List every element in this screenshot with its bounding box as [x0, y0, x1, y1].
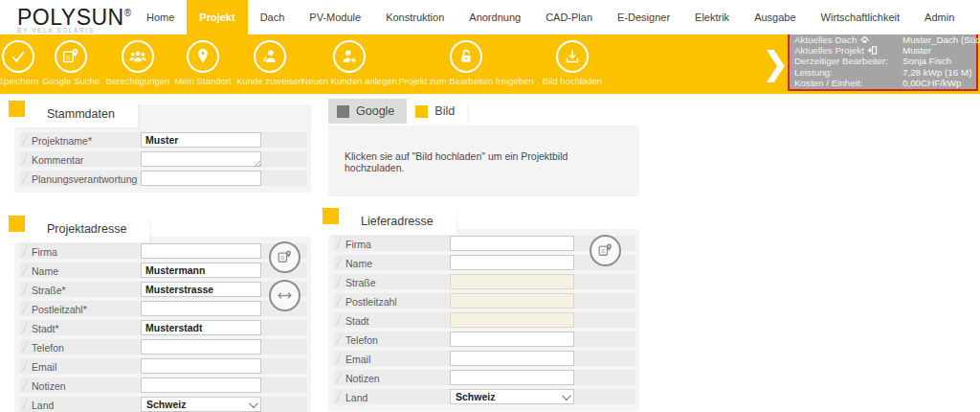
- nav-item-elektrik[interactable]: Elektrik: [682, 0, 742, 34]
- field-row-stadt: Stadt: [334, 312, 635, 328]
- copy-address-button[interactable]: [269, 280, 301, 311]
- kommentar-textarea[interactable]: [141, 151, 261, 167]
- tab-bild[interactable]: Bild: [407, 99, 467, 124]
- open-in-maps-button[interactable]: G: [590, 235, 621, 266]
- right-column: Google Bild Klicken sie auf "Bild hochla…: [328, 99, 639, 411]
- field-row-land: Land Schweiz: [334, 389, 635, 404]
- cost-per-unit-value: 0,00CHF/kWp: [902, 78, 971, 88]
- nav-item-wirtschaftlichkeit[interactable]: Wirtschaftlichkeit: [809, 0, 913, 34]
- current-roof-value: Muster_Dach (Süd): [902, 34, 980, 45]
- stadt-input[interactable]: [141, 320, 261, 335]
- field-row-projektname: Projektname*: [20, 132, 307, 148]
- postleitzahl-input: [450, 293, 574, 309]
- double-arrow-icon: [276, 286, 294, 305]
- image-placeholder-box: Klicken sie auf "Bild hochladen" um ein …: [328, 126, 639, 196]
- postleitzahl-input[interactable]: [141, 301, 261, 316]
- tab-marker-icon: [415, 105, 428, 118]
- section-title-lieferadresse: Lieferadresse: [361, 215, 434, 228]
- projektname-input[interactable]: [141, 132, 261, 148]
- section-title-projektadresse: Projektadresse: [47, 222, 126, 236]
- upload-image-button[interactable]: Bild hochladen: [501, 34, 644, 86]
- section-lieferadresse: Lieferadresse G Firma Name: [328, 206, 639, 411]
- field-row-kommentar: Kommentar: [20, 151, 307, 167]
- strasse-input[interactable]: [141, 282, 261, 297]
- upload-hint-text: Klicken sie auf "Bild hochladen" um ein …: [345, 150, 630, 173]
- telefon-input[interactable]: [450, 332, 574, 347]
- section-marker-icon: [9, 101, 25, 117]
- email-input[interactable]: [141, 358, 261, 374]
- strasse-input: [450, 274, 574, 289]
- field-row-email: Email: [20, 358, 307, 374]
- upload-icon: [556, 40, 589, 73]
- info-row-roof: Aktuelles Dach Muster_Dach (Süd): [794, 34, 971, 45]
- chevron-down-icon: [249, 399, 258, 408]
- nav-item-projekt[interactable]: Projekt: [187, 0, 247, 34]
- field-row-postleitzahl: Postleitzahl: [334, 293, 635, 309]
- field-row-email: Email: [334, 351, 635, 366]
- field-row-notizen: Notizen: [20, 378, 307, 393]
- main-content: Stammdaten Projektname* Kommentar Planun…: [0, 94, 980, 412]
- name-input[interactable]: [141, 263, 261, 278]
- svg-text:G: G: [280, 255, 284, 261]
- nav-item-ausgabe[interactable]: Ausgabe: [742, 0, 808, 34]
- email-input[interactable]: [450, 351, 574, 366]
- section-title-stammdaten: Stammdaten: [47, 107, 115, 121]
- section-stammdaten: Stammdaten Projektname* Kommentar Planun…: [14, 99, 311, 193]
- field-row-postleitzahl: Postleitzahl*: [20, 301, 307, 316]
- field-row-telefon: Telefon: [20, 339, 307, 355]
- info-row-cost: Kosten / Einheit: 0,00CHF/kWp: [794, 78, 971, 88]
- notizen-input[interactable]: [141, 378, 261, 393]
- field-row-stadt: Stadt*: [20, 320, 307, 335]
- app-header: POLYSUN® BY VELA SOLARIS Home Projekt Da…: [0, 0, 980, 34]
- roof-icon: [859, 34, 870, 45]
- section-project-image: Google Bild Klicken sie auf "Bild hochla…: [328, 99, 639, 196]
- project-switch-icon: [867, 45, 878, 56]
- field-row-strasse: Straße*: [20, 282, 307, 297]
- current-project-value: Muster: [902, 45, 971, 56]
- field-row-strasse: Straße: [334, 274, 635, 289]
- nav-item-dach[interactable]: Dach: [248, 0, 298, 34]
- info-row-editor: Derzeitiger Bearbeiter: Sonja Fisch: [794, 56, 971, 66]
- project-info-panel: Aktuelles Dach Muster_Dach (Süd) Aktuell…: [788, 30, 978, 91]
- field-row-firma: Firma: [20, 243, 307, 259]
- main-nav: Home Projekt Dach PV-Module Konstruktion…: [134, 0, 967, 34]
- section-marker-icon: [323, 208, 339, 224]
- nav-item-cad-plan[interactable]: CAD-Plan: [533, 0, 605, 34]
- firma-input[interactable]: [141, 243, 261, 259]
- info-row-project: Aktuelles Projekt Muster: [794, 45, 971, 56]
- field-row-telefon: Telefon: [334, 332, 635, 347]
- action-toolbar: Speichern G Google Suche Berechtigungen: [0, 34, 980, 94]
- name-input[interactable]: [450, 255, 574, 270]
- stadt-input: [450, 312, 574, 328]
- google-maps-icon: G: [276, 248, 294, 266]
- nav-item-e-designer[interactable]: E-Designer: [605, 0, 682, 34]
- nav-item-home[interactable]: Home: [134, 0, 187, 34]
- polysun-logo: POLYSUN® BY VELA SOLARIS: [0, 0, 124, 34]
- nav-item-anordnung[interactable]: Anordnung: [457, 0, 533, 34]
- expand-chevron-icon[interactable]: ❯: [762, 43, 790, 83]
- registered-mark: ®: [124, 8, 132, 18]
- land-select[interactable]: Schweiz: [450, 389, 574, 404]
- planungsverantwortung-input[interactable]: [141, 171, 261, 186]
- field-row-notizen: Notizen: [334, 370, 635, 385]
- telefon-input[interactable]: [141, 339, 261, 355]
- tab-google[interactable]: Google: [328, 99, 407, 124]
- section-marker-icon: [9, 216, 25, 232]
- field-row-land: Land Schweiz: [20, 397, 307, 412]
- nav-item-konstruktion[interactable]: Konstruktion: [373, 0, 457, 34]
- field-row-name: Name: [20, 263, 307, 278]
- nav-item-admin[interactable]: Admin: [912, 0, 967, 34]
- open-in-maps-button[interactable]: G: [269, 241, 301, 273]
- firma-input[interactable]: [450, 236, 574, 251]
- power-value: 7,28 kWp (16 M): [902, 67, 971, 78]
- land-select[interactable]: Schweiz: [141, 397, 261, 412]
- notizen-input[interactable]: [450, 370, 574, 385]
- person-add-icon: [333, 40, 366, 73]
- chevron-down-icon: [562, 391, 571, 401]
- section-projektadresse: Projektadresse G: [14, 214, 311, 412]
- info-row-power: Leistung: 7,28 kWp (16 M): [794, 67, 971, 78]
- left-column: Stammdaten Projektname* Kommentar Planun…: [14, 99, 311, 412]
- logo-text: POLYSUN: [17, 5, 124, 30]
- nav-item-pv-module[interactable]: PV-Module: [297, 0, 373, 34]
- google-maps-icon: G: [596, 241, 614, 260]
